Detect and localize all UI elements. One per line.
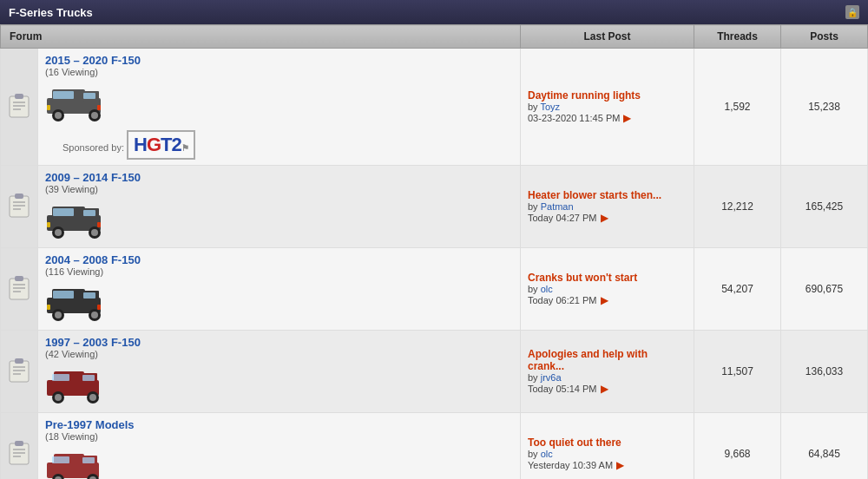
- forum-icon-cell: [1, 413, 38, 480]
- posts-cell: 64,845: [781, 413, 868, 480]
- svg-rect-0: [10, 96, 29, 117]
- col-lastpost: Last Post: [521, 25, 694, 49]
- posts-cell: 15,238: [781, 49, 868, 166]
- posts-cell: 165,425: [781, 166, 868, 248]
- title-bar-icon: 🔒: [845, 5, 859, 19]
- svg-rect-48: [10, 361, 29, 382]
- threads-cell: 54,207: [694, 248, 781, 331]
- svg-rect-29: [83, 210, 95, 216]
- lastpost-date: Today 06:21 PM ▶: [528, 294, 687, 306]
- forum-row: Pre-1997 Models (18 Viewing) Too quiet o…: [1, 413, 868, 480]
- svg-rect-1: [15, 94, 23, 99]
- svg-rect-49: [15, 358, 23, 364]
- arrow-icon: ▶: [623, 112, 631, 124]
- forum-row: 1997 – 2003 F-150 (42 Viewing) Apologies…: [1, 331, 868, 413]
- lastpost-by: by Patman: [528, 201, 687, 212]
- lastpost-title: Apologies and help with crank...: [528, 348, 687, 372]
- svg-rect-63: [15, 441, 23, 446]
- svg-rect-16: [10, 196, 29, 217]
- svg-rect-45: [83, 292, 95, 299]
- arrow-icon: ▶: [601, 383, 608, 395]
- lastpost-link[interactable]: Too quiet out there: [528, 436, 621, 449]
- sponsor-text: Sponsored by:: [62, 142, 124, 153]
- lastpost-by: by olc: [528, 449, 687, 459]
- lastpost-cell: Heater blower starts then... by Patman T…: [521, 166, 694, 248]
- lastpost-author-link[interactable]: Patman: [541, 201, 574, 212]
- title-bar-label: F-Series Trucks: [9, 6, 93, 19]
- forum-row: 2004 – 2008 F-150 (116 Viewing) Cranks b…: [1, 248, 868, 331]
- svg-rect-31: [97, 222, 101, 227]
- threads-cell: 9,668: [694, 413, 781, 480]
- forum-link-f150-2004-2008[interactable]: 2004 – 2008 F-150: [45, 253, 141, 266]
- lastpost-by: by olc: [528, 284, 687, 294]
- forum-link-f150-2009-2014[interactable]: 2009 – 2014 F-150: [45, 171, 141, 184]
- forum-main-cell: 2009 – 2014 F-150 (39 Viewing): [38, 166, 521, 248]
- lastpost-date: Today 04:27 PM ▶: [528, 212, 687, 224]
- lastpost-by: by Toyz: [528, 102, 687, 112]
- arrow-icon: ▶: [601, 294, 608, 306]
- forum-link-f150-1997-2003[interactable]: 1997 – 2003 F-150: [45, 336, 141, 349]
- lastpost-title: Daytime running lights: [528, 89, 687, 102]
- col-forum: Forum: [1, 25, 521, 49]
- svg-rect-17: [15, 194, 23, 199]
- svg-rect-74: [52, 456, 69, 463]
- col-threads: Threads: [694, 25, 781, 49]
- arrow-icon: ▶: [601, 212, 608, 224]
- lastpost-author-link[interactable]: jrv6a: [541, 372, 562, 383]
- lastpost-author-link[interactable]: olc: [541, 284, 553, 294]
- forum-row: 2009 – 2014 F-150 (39 Viewing) Heater bl…: [1, 166, 868, 248]
- svg-rect-13: [83, 93, 95, 99]
- lastpost-cell: Cranks but won't start by olc Today 06:2…: [521, 248, 694, 331]
- forum-icon-cell: [1, 166, 38, 248]
- arrow-icon: ▶: [616, 459, 624, 471]
- title-bar: F-Series Trucks 🔒: [0, 0, 868, 24]
- posts-cell: 136,033: [781, 331, 868, 413]
- svg-point-59: [89, 394, 96, 401]
- svg-rect-32: [10, 279, 29, 299]
- forum-name: 2015 – 2020 F-150: [45, 54, 513, 67]
- lastpost-link[interactable]: Heater blower starts then...: [528, 189, 661, 201]
- svg-point-57: [55, 394, 62, 401]
- lastpost-date: 03-23-2020 11:45 PM ▶: [528, 112, 687, 124]
- threads-cell: 1,592: [694, 49, 781, 166]
- forum-link-f150-2015-2020[interactable]: 2015 – 2020 F-150: [45, 54, 141, 67]
- svg-rect-14: [47, 105, 50, 110]
- svg-point-41: [55, 312, 62, 318]
- svg-rect-12: [53, 91, 74, 99]
- forum-icon-cell: [1, 331, 38, 413]
- svg-rect-33: [15, 276, 23, 281]
- lastpost-link[interactable]: Apologies and help with crank...: [528, 348, 648, 372]
- lastpost-link[interactable]: Daytime running lights: [528, 89, 641, 102]
- svg-rect-30: [47, 222, 50, 227]
- svg-rect-15: [97, 105, 101, 110]
- svg-point-43: [91, 312, 98, 318]
- svg-rect-28: [53, 208, 74, 216]
- forum-table: Forum Last Post Threads Posts 2015 – 202…: [0, 24, 868, 479]
- lastpost-cell: Daytime running lights by Toyz 03-23-202…: [521, 49, 694, 166]
- lastpost-date: Yesterday 10:39 AM ▶: [528, 459, 687, 471]
- forum-main-cell: 2015 – 2020 F-150 (16 Viewing) Sponsored…: [38, 49, 521, 166]
- forum-name: 2004 – 2008 F-150: [45, 253, 513, 266]
- threads-cell: 11,507: [694, 331, 781, 413]
- forum-icon-cell: [1, 49, 38, 166]
- lastpost-cell: Apologies and help with crank... by jrv6…: [521, 331, 694, 413]
- svg-rect-60: [52, 374, 69, 381]
- forum-name: 1997 – 2003 F-150: [45, 336, 513, 349]
- lastpost-title: Heater blower starts then...: [528, 189, 687, 201]
- viewing-count: (16 Viewing): [45, 67, 513, 77]
- lastpost-link[interactable]: Cranks but won't start: [528, 272, 637, 284]
- forum-link-pre1997[interactable]: Pre-1997 Models: [45, 418, 135, 431]
- lastpost-by: by jrv6a: [528, 372, 687, 383]
- threads-cell: 12,212: [694, 166, 781, 248]
- svg-point-27: [91, 229, 98, 236]
- lastpost-author-link[interactable]: olc: [541, 449, 553, 459]
- lastpost-cell: Too quiet out there by olc Yesterday 10:…: [521, 413, 694, 480]
- col-posts: Posts: [781, 25, 868, 49]
- viewing-count: (39 Viewing): [45, 184, 513, 194]
- svg-rect-46: [47, 305, 50, 310]
- sponsor-logo: HGT2⚑: [127, 130, 195, 160]
- lastpost-date: Today 05:14 PM ▶: [528, 383, 687, 395]
- forum-row: 2015 – 2020 F-150 (16 Viewing) Sponsored…: [1, 49, 868, 166]
- lastpost-author-link[interactable]: Toyz: [540, 102, 560, 112]
- svg-rect-44: [53, 291, 74, 299]
